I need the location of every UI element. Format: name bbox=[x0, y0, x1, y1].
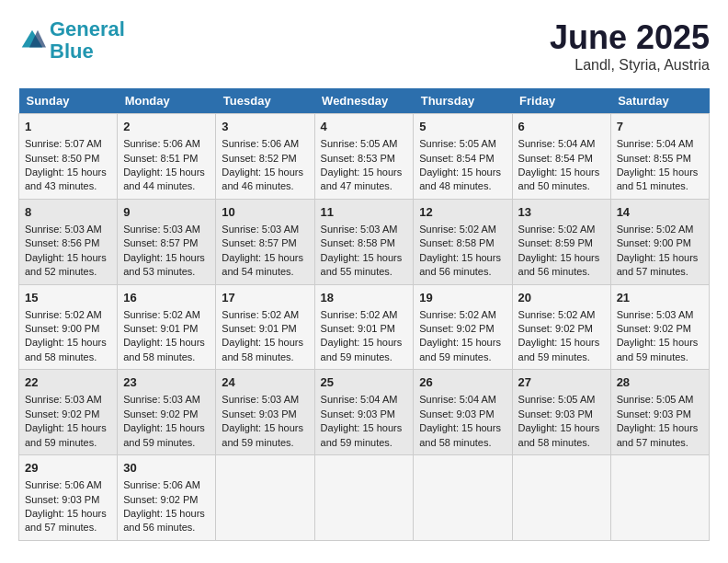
calendar-cell bbox=[414, 455, 512, 541]
sunset-text: Sunset: 9:01 PM bbox=[222, 323, 296, 334]
day-number: 8 bbox=[25, 204, 111, 221]
calendar-cell: 30Sunrise: 5:06 AMSunset: 9:02 PMDayligh… bbox=[118, 455, 216, 541]
day-number: 7 bbox=[617, 119, 703, 135]
calendar-cell: 4Sunrise: 5:05 AMSunset: 8:53 PMDaylight… bbox=[314, 114, 414, 200]
sunset-text: Sunset: 8:54 PM bbox=[518, 153, 593, 164]
day-number: 21 bbox=[617, 290, 703, 306]
day-number: 13 bbox=[518, 204, 605, 221]
logo-line1: General bbox=[50, 17, 125, 40]
calendar-cell: 22Sunrise: 5:03 AMSunset: 9:02 PMDayligh… bbox=[19, 370, 118, 455]
col-sunday: Sunday bbox=[19, 88, 118, 114]
daylight-text: Daylight: 15 hours and 58 minutes. bbox=[25, 337, 107, 362]
table-row: 8Sunrise: 5:03 AMSunset: 8:56 PMDaylight… bbox=[19, 199, 710, 284]
day-number: 19 bbox=[419, 290, 506, 306]
sunset-text: Sunset: 9:03 PM bbox=[25, 494, 99, 505]
page-subtitle: Landl, Styria, Austria bbox=[550, 57, 710, 74]
day-number: 18 bbox=[321, 290, 408, 306]
daylight-text: Daylight: 15 hours and 59 minutes. bbox=[25, 422, 107, 447]
calendar-table: Sunday Monday Tuesday Wednesday Thursday… bbox=[18, 88, 710, 541]
calendar-cell: 6Sunrise: 5:04 AMSunset: 8:54 PMDaylight… bbox=[512, 114, 610, 200]
daylight-text: Daylight: 15 hours and 51 minutes. bbox=[617, 167, 699, 191]
table-row: 29Sunrise: 5:06 AMSunset: 9:03 PMDayligh… bbox=[19, 455, 710, 541]
daylight-text: Daylight: 15 hours and 48 minutes. bbox=[419, 167, 501, 191]
sunrise-text: Sunrise: 5:03 AM bbox=[123, 394, 200, 405]
sunrise-text: Sunrise: 5:05 AM bbox=[518, 394, 596, 405]
daylight-text: Daylight: 15 hours and 57 minutes. bbox=[617, 422, 699, 447]
table-row: 22Sunrise: 5:03 AMSunset: 9:02 PMDayligh… bbox=[19, 370, 710, 455]
sunrise-text: Sunrise: 5:05 AM bbox=[321, 138, 398, 149]
daylight-text: Daylight: 15 hours and 44 minutes. bbox=[123, 167, 205, 191]
sunrise-text: Sunrise: 5:02 AM bbox=[419, 224, 496, 235]
day-number: 3 bbox=[222, 119, 308, 135]
daylight-text: Daylight: 15 hours and 59 minutes. bbox=[222, 422, 303, 447]
sunrise-text: Sunrise: 5:02 AM bbox=[222, 309, 299, 320]
title-block: June 2025 Landl, Styria, Austria bbox=[550, 18, 710, 74]
calendar-cell: 7Sunrise: 5:04 AMSunset: 8:55 PMDaylight… bbox=[610, 114, 709, 200]
daylight-text: Daylight: 15 hours and 57 minutes. bbox=[617, 252, 699, 277]
day-number: 28 bbox=[617, 374, 703, 391]
day-number: 27 bbox=[518, 374, 605, 391]
col-tuesday: Tuesday bbox=[216, 88, 314, 114]
calendar-cell bbox=[216, 455, 314, 541]
sunset-text: Sunset: 9:03 PM bbox=[617, 408, 691, 419]
day-number: 16 bbox=[123, 290, 210, 306]
day-number: 1 bbox=[25, 119, 111, 135]
calendar-cell: 21Sunrise: 5:03 AMSunset: 9:02 PMDayligh… bbox=[610, 284, 709, 370]
calendar-cell: 10Sunrise: 5:03 AMSunset: 8:57 PMDayligh… bbox=[216, 199, 314, 284]
day-number: 29 bbox=[25, 460, 111, 477]
sunset-text: Sunset: 8:58 PM bbox=[321, 237, 395, 248]
daylight-text: Daylight: 15 hours and 59 minutes. bbox=[123, 422, 205, 447]
daylight-text: Daylight: 15 hours and 56 minutes. bbox=[518, 252, 600, 277]
calendar-cell: 12Sunrise: 5:02 AMSunset: 8:58 PMDayligh… bbox=[414, 199, 512, 284]
day-number: 24 bbox=[222, 374, 308, 391]
day-number: 20 bbox=[518, 290, 605, 306]
sunset-text: Sunset: 9:00 PM bbox=[25, 323, 99, 334]
sunset-text: Sunset: 8:56 PM bbox=[25, 237, 99, 248]
day-number: 9 bbox=[123, 204, 210, 221]
calendar-cell: 18Sunrise: 5:02 AMSunset: 9:01 PMDayligh… bbox=[314, 284, 414, 370]
calendar-cell: 3Sunrise: 5:06 AMSunset: 8:52 PMDaylight… bbox=[216, 114, 314, 200]
sunrise-text: Sunrise: 5:03 AM bbox=[222, 224, 299, 235]
daylight-text: Daylight: 15 hours and 43 minutes. bbox=[25, 167, 107, 191]
calendar-cell bbox=[610, 455, 709, 541]
day-number: 17 bbox=[222, 290, 308, 306]
sunset-text: Sunset: 9:03 PM bbox=[321, 408, 395, 419]
day-number: 11 bbox=[321, 204, 408, 221]
sunset-text: Sunset: 8:57 PM bbox=[123, 237, 198, 248]
calendar-cell bbox=[512, 455, 610, 541]
sunrise-text: Sunrise: 5:03 AM bbox=[25, 224, 102, 235]
sunrise-text: Sunrise: 5:04 AM bbox=[419, 394, 496, 405]
sunset-text: Sunset: 8:55 PM bbox=[617, 153, 691, 164]
sunrise-text: Sunrise: 5:07 AM bbox=[25, 138, 102, 149]
daylight-text: Daylight: 15 hours and 59 minutes. bbox=[321, 422, 403, 447]
calendar-cell: 9Sunrise: 5:03 AMSunset: 8:57 PMDaylight… bbox=[118, 199, 216, 284]
sunset-text: Sunset: 9:01 PM bbox=[321, 323, 395, 334]
col-monday: Monday bbox=[118, 88, 216, 114]
sunrise-text: Sunrise: 5:02 AM bbox=[419, 309, 496, 320]
sunrise-text: Sunrise: 5:04 AM bbox=[617, 138, 694, 149]
daylight-text: Daylight: 15 hours and 59 minutes. bbox=[518, 337, 600, 362]
sunrise-text: Sunrise: 5:06 AM bbox=[222, 138, 299, 149]
page-title: June 2025 bbox=[550, 18, 710, 57]
daylight-text: Daylight: 15 hours and 58 minutes. bbox=[123, 337, 205, 362]
calendar-cell: 16Sunrise: 5:02 AMSunset: 9:01 PMDayligh… bbox=[118, 284, 216, 370]
calendar-cell: 11Sunrise: 5:03 AMSunset: 8:58 PMDayligh… bbox=[314, 199, 414, 284]
sunrise-text: Sunrise: 5:03 AM bbox=[25, 394, 102, 405]
day-number: 25 bbox=[321, 374, 408, 391]
day-number: 14 bbox=[617, 204, 703, 221]
sunrise-text: Sunrise: 5:04 AM bbox=[518, 138, 596, 149]
daylight-text: Daylight: 15 hours and 50 minutes. bbox=[518, 167, 600, 191]
day-number: 2 bbox=[123, 119, 210, 135]
daylight-text: Daylight: 15 hours and 58 minutes. bbox=[518, 422, 600, 447]
calendar-cell: 26Sunrise: 5:04 AMSunset: 9:03 PMDayligh… bbox=[414, 370, 512, 455]
calendar-cell: 24Sunrise: 5:03 AMSunset: 9:03 PMDayligh… bbox=[216, 370, 314, 455]
calendar-cell: 13Sunrise: 5:02 AMSunset: 8:59 PMDayligh… bbox=[512, 199, 610, 284]
sunrise-text: Sunrise: 5:03 AM bbox=[222, 394, 299, 405]
daylight-text: Daylight: 15 hours and 54 minutes. bbox=[222, 252, 303, 277]
sunset-text: Sunset: 8:53 PM bbox=[321, 153, 395, 164]
day-number: 26 bbox=[419, 374, 506, 391]
daylight-text: Daylight: 15 hours and 59 minutes. bbox=[617, 337, 699, 362]
sunset-text: Sunset: 9:02 PM bbox=[617, 323, 691, 334]
logo-icon bbox=[18, 27, 46, 54]
sunset-text: Sunset: 9:03 PM bbox=[419, 408, 494, 419]
